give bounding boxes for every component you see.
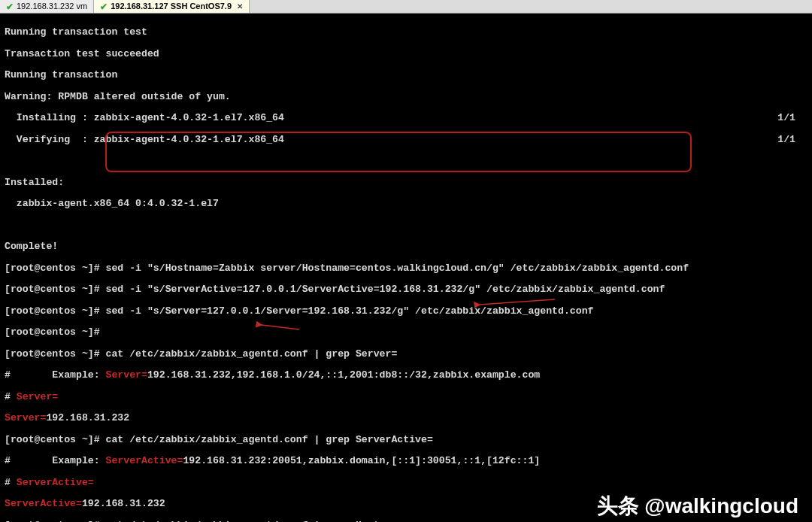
tab-vm[interactable]: ✔ 192.168.31.232 vm [0, 0, 94, 13]
line: [root@centos ~]# sed -i "s/ServerActive=… [5, 284, 807, 295]
line: [root@centos ~]# [5, 327, 807, 338]
line: zabbix-agent.x86_64 0:4.0.32-1.el7 [5, 199, 807, 209]
line: Running transaction test [5, 27, 807, 38]
line: # Server= [5, 392, 807, 402]
line: Transaction test succeeded [5, 49, 807, 59]
line: [root@centos ~]# cat /etc/zabbix/zabbix_… [5, 349, 807, 360]
line: # ServerActive= [5, 478, 807, 488]
tab-bar: ✔ 192.168.31.232 vm ✔ 192.168.31.127 SSH… [0, 0, 812, 14]
terminal[interactable]: Running transaction test Transaction tes… [0, 14, 812, 522]
line: # Example: ServerActive=192.168.31.232:2… [5, 456, 807, 466]
tab-label: 192.168.31.127 SSH CentOS7.9 [111, 2, 232, 11]
check-icon: ✔ [6, 2, 14, 12]
line: Warning: RPMDB altered outside of yum. [5, 92, 807, 102]
tab-ssh-active[interactable]: ✔ 192.168.31.127 SSH CentOS7.9 ✕ [94, 0, 250, 13]
watermark: 头条 @walkingcloud [597, 495, 798, 517]
tab-label: 192.168.31.232 vm [17, 2, 87, 11]
check-icon: ✔ [100, 2, 108, 12]
line: Verifying : zabbix-agent-4.0.32-1.el7.x8… [5, 135, 807, 145]
blank-line [5, 156, 807, 166]
line: Running transaction [5, 70, 807, 80]
line: [root@centos ~]# sed -i "s/Server=127.0.… [5, 306, 807, 317]
line: [root@centos ~]# cat /etc/zabbix/zabbix_… [5, 435, 807, 445]
close-icon[interactable]: ✕ [237, 3, 243, 11]
line: Server=192.168.31.232 [5, 413, 807, 423]
line: [root@centos ~]# sed -i "s/Hostname=Zabb… [5, 263, 807, 274]
line: # Example: Server=192.168.31.232,192.168… [5, 370, 807, 381]
line: Complete! [5, 241, 807, 252]
line: Installed: [5, 178, 807, 188]
blank-line [5, 220, 807, 231]
line: Installing : zabbix-agent-4.0.32-1.el7.x… [5, 113, 807, 123]
